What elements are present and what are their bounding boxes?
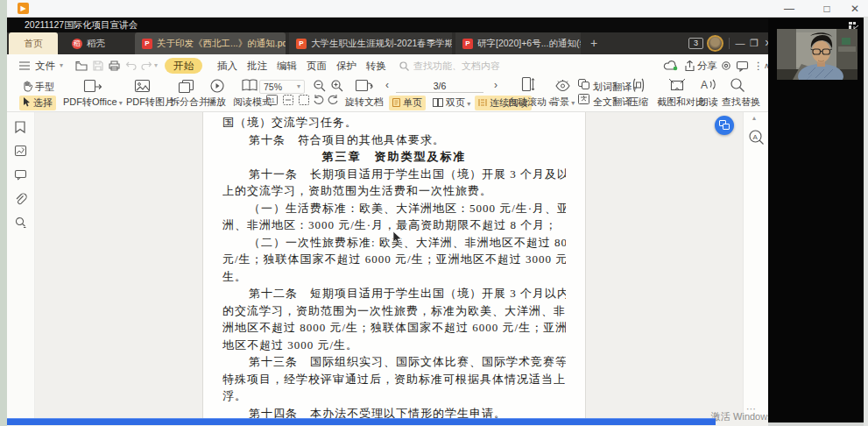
- video-progress-bar[interactable]: [7, 418, 716, 425]
- search-input[interactable]: 查找功能、文档内容: [413, 54, 500, 77]
- select-tool-active[interactable]: 选择: [19, 96, 56, 110]
- full-translate-label[interactable]: 全文翻译: [593, 96, 632, 109]
- pdf-to-image-label[interactable]: PDF转图片: [126, 96, 174, 109]
- menu-insert[interactable]: 插入: [217, 54, 237, 77]
- share-icon[interactable]: [685, 60, 695, 71]
- image-export-icon[interactable]: [15, 146, 26, 156]
- play-label[interactable]: 播放: [207, 96, 226, 109]
- background-label[interactable]: 背景 ▾: [550, 96, 575, 109]
- split-merge-icon[interactable]: [179, 80, 194, 93]
- tab-home[interactable]: 首页: [9, 32, 58, 54]
- rotate-doc-label[interactable]: 旋转文档: [345, 96, 384, 109]
- pdf-to-image-icon[interactable]: [135, 80, 150, 93]
- find-text-icon[interactable]: A: [749, 130, 765, 146]
- read-aloud-icon[interactable]: A: [701, 78, 716, 92]
- pdf-file-icon: P: [462, 39, 473, 49]
- actual-size-icon[interactable]: 11: [266, 95, 278, 105]
- cloud-sync-icon[interactable]: [664, 60, 678, 70]
- pdf-to-office-icon[interactable]: [84, 80, 102, 94]
- user-avatar[interactable]: [707, 35, 723, 52]
- open-folder-icon[interactable]: [75, 60, 88, 71]
- new-tab-button[interactable]: +: [587, 36, 601, 50]
- double-page-button[interactable]: 双页 ▾: [433, 96, 470, 110]
- collapse-panel-icon[interactable]: ▴: [752, 114, 756, 122]
- prev-page-button[interactable]: ‹: [385, 79, 389, 91]
- more-menu-icon[interactable]: ⋮: [753, 54, 764, 77]
- attachment-icon[interactable]: [15, 193, 25, 204]
- wps-assistant-button[interactable]: [715, 116, 734, 135]
- wps-restore-button[interactable]: ❐: [748, 37, 760, 49]
- comment-panel-icon[interactable]: [15, 170, 26, 180]
- next-page-button[interactable]: ›: [494, 79, 498, 91]
- auto-scroll-label[interactable]: 自动滚动 ▾: [508, 96, 552, 109]
- ppt-file-icon: P: [296, 39, 307, 49]
- document-line: 洲地区不超过 8000 元/生；独联体国家不超过 6000 元/生；亚洲: [222, 319, 566, 337]
- rotate-doc-icon[interactable]: [356, 78, 373, 93]
- player-minimize-button[interactable]: —: [782, 2, 796, 16]
- fit-page-icon[interactable]: [299, 95, 309, 105]
- undo-icon[interactable]: [126, 61, 137, 70]
- desktop-edge-left: [0, 0, 7, 426]
- compress-label[interactable]: 压缩: [629, 96, 648, 109]
- gear-icon[interactable]: [721, 60, 731, 71]
- stamp-sign-icon[interactable]: [15, 217, 26, 228]
- read-aloud-label[interactable]: 朗读: [699, 96, 718, 109]
- document-line: 特殊项目，经学校评审通过后，资助标准可根据具体情况适当上: [222, 371, 566, 388]
- pdf-to-office-label[interactable]: PDF转Office ▾: [63, 96, 123, 109]
- hand-tool-label[interactable]: 手型: [35, 81, 54, 94]
- compress-icon[interactable]: [631, 78, 646, 93]
- read-mode-icon[interactable]: [242, 79, 258, 92]
- background-eye-icon[interactable]: [555, 80, 570, 91]
- zoom-level-select[interactable]: 75%▾: [259, 80, 305, 94]
- menu-bar: 文件 ▾ ▾ 开始 插入 批注 编辑 页面 保护 转换 查找功能、文档内容 分享…: [7, 54, 864, 77]
- single-page-active[interactable]: 单页: [389, 96, 426, 110]
- wps-tabbar: 首页 稻 稻壳 P 关于印发《西北工...》的通知.pdf × P 大学生职业生…: [7, 32, 864, 54]
- page-indicator[interactable]: 3/6: [396, 79, 483, 93]
- print-icon[interactable]: [109, 60, 120, 71]
- open-docs-badge[interactable]: 3: [688, 38, 703, 49]
- save-icon[interactable]: [93, 60, 103, 71]
- hamburger-icon: [19, 61, 30, 70]
- hand-tool-icon[interactable]: [23, 81, 32, 91]
- document-line: 第十三条 国际组织实习、国际文体比赛、国际学术竞赛等: [222, 353, 566, 371]
- menu-file[interactable]: 文件: [35, 54, 55, 77]
- bookmark-icon[interactable]: [15, 121, 25, 133]
- zoom-out-icon[interactable]: [314, 80, 326, 92]
- menu-start-active[interactable]: 开始: [165, 58, 202, 74]
- tab-document-3[interactable]: P 研字[2020]+6号...的通知(签章).pdf: [455, 32, 581, 54]
- comment-icon[interactable]: [737, 61, 748, 70]
- auto-scroll-icon[interactable]: [522, 77, 534, 93]
- player-maximize-button[interactable]: □: [820, 2, 834, 16]
- mouse-cursor: [392, 231, 403, 245]
- screenshot-compare-label[interactable]: 截图和对比: [657, 96, 705, 109]
- svg-text:A: A: [753, 133, 759, 141]
- svg-text:A: A: [701, 79, 708, 91]
- find-replace-label[interactable]: 查找替换: [722, 96, 760, 109]
- zoom-in-icon[interactable]: [331, 80, 343, 92]
- menu-annotate[interactable]: 批注: [247, 54, 267, 77]
- play-presentation-icon[interactable]: [210, 79, 224, 93]
- screenshot-compare-icon[interactable]: [669, 78, 685, 92]
- search-icon[interactable]: [399, 61, 409, 71]
- tab-document-active[interactable]: P 关于印发《西北工...》的通知.pdf ×: [135, 32, 286, 54]
- tab-docer[interactable]: 稻 稻壳: [61, 32, 130, 54]
- webcam-overlay-window[interactable]: [768, 18, 864, 422]
- rotate-right-icon[interactable]: [328, 95, 338, 105]
- share-label[interactable]: 分享: [697, 54, 717, 77]
- wps-minimize-button[interactable]: —: [734, 37, 746, 49]
- tab-document-2[interactable]: P 大学生职业生涯规划-2021春季学期 ●: [289, 32, 452, 54]
- fit-width-icon[interactable]: [282, 95, 294, 105]
- menu-protect[interactable]: 保护: [336, 54, 356, 77]
- document-viewport[interactable]: 国（境）交流学习任务。第十条 符合项目的其他具体要求。第三章 资助类型及标准第十…: [35, 112, 743, 419]
- find-replace-icon[interactable]: [730, 78, 745, 92]
- menu-convert[interactable]: 转换: [366, 54, 386, 77]
- rotate-left-icon[interactable]: [314, 95, 324, 105]
- menu-edit[interactable]: 编辑: [277, 54, 297, 77]
- chevron-down-icon[interactable]: ▾: [154, 54, 158, 77]
- player-close-button[interactable]: ✕: [848, 2, 862, 16]
- word-translate-icon[interactable]: [578, 79, 589, 89]
- redo-icon[interactable]: [141, 61, 152, 70]
- menu-page[interactable]: 页面: [307, 54, 327, 77]
- full-translate-icon[interactable]: [578, 94, 589, 104]
- chevron-down-icon: ▾: [60, 54, 63, 77]
